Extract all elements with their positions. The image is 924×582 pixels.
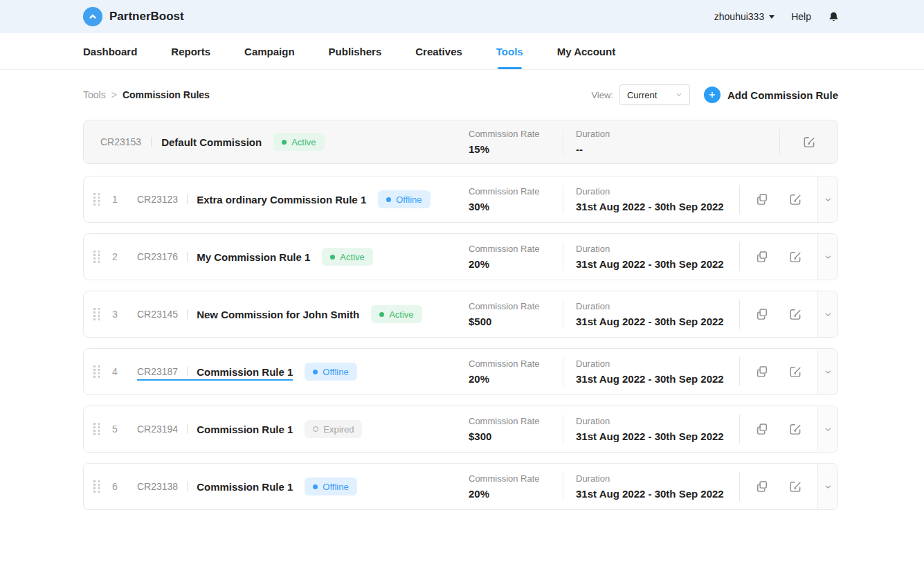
tab-my-account[interactable]: My Account (557, 33, 615, 69)
rule-id: CR23123 (137, 194, 178, 205)
rule-name: Extra ordinary Commission Rule 1 (197, 194, 366, 206)
commission-rate-value: 20% (469, 258, 563, 270)
edit-area (780, 120, 837, 163)
add-commission-rule-button[interactable]: Add Commission Rule (704, 87, 838, 103)
user-menu[interactable]: zhouhui333 (714, 11, 774, 22)
rule-title-group[interactable]: CR23176 My Commission Rule 1 (137, 251, 310, 263)
tab-tools[interactable]: Tools (496, 33, 523, 69)
rule-title-group[interactable]: CR23187 Commission Rule 1 (137, 366, 293, 378)
status-dot-icon (330, 255, 335, 260)
copy-icon[interactable] (755, 250, 769, 264)
bell-icon[interactable] (828, 11, 840, 23)
tab-reports[interactable]: Reports (171, 33, 210, 69)
edit-icon[interactable] (788, 192, 802, 206)
chevron-down-icon (824, 425, 833, 434)
row-actions (740, 234, 817, 280)
expand-row-button[interactable] (817, 349, 837, 394)
tab-campaign[interactable]: Campaign (244, 33, 295, 69)
status-label: Active (389, 309, 413, 320)
rule-order-number: 4 (110, 366, 120, 377)
copy-icon[interactable] (755, 307, 769, 321)
edit-icon[interactable] (788, 250, 802, 264)
row-actions (740, 291, 817, 337)
edit-icon[interactable] (788, 422, 802, 436)
expand-row-button[interactable] (817, 176, 837, 222)
tab-dashboard[interactable]: Dashboard (83, 33, 137, 69)
commission-rate-label: Commission Rate (469, 358, 563, 369)
expand-row-button[interactable] (817, 234, 837, 280)
duration-value: 31st Aug 2022 - 30th Sep 2022 (576, 373, 739, 385)
rules-list: 1 CR23123 Extra ordinary Commission Rule… (83, 176, 838, 510)
commission-rate-value: $500 (469, 316, 563, 327)
copy-icon[interactable] (755, 422, 769, 436)
drag-handle-icon[interactable] (93, 251, 100, 263)
expand-row-button[interactable] (817, 406, 837, 452)
commission-rate-column: Commission Rate 15% (456, 120, 563, 163)
breadcrumb-tools[interactable]: Tools (83, 89, 106, 100)
rule-name: Commission Rule 1 (197, 366, 293, 378)
duration-value: 31st Aug 2022 - 30th Sep 2022 (576, 258, 739, 270)
topbar: PartnerBoost zhouhui333 Help (0, 0, 924, 33)
duration-label: Duration (576, 358, 739, 369)
commission-rate-value: 15% (469, 143, 563, 155)
drag-handle-icon[interactable] (93, 193, 100, 206)
rule-title-group[interactable]: CR23123 Extra ordinary Commission Rule 1 (137, 194, 366, 206)
drag-handle-icon[interactable] (93, 308, 100, 320)
commission-rule-row: 1 CR23123 Extra ordinary Commission Rule… (83, 176, 838, 223)
default-card-left: CR23153 Default Commission Active (84, 120, 456, 163)
rule-name: New Commission for John Smith (197, 309, 359, 320)
status-badge: Expired (305, 420, 362, 438)
edit-icon[interactable] (788, 365, 802, 379)
row-actions (740, 176, 817, 222)
rule-row-left: 4 CR23187 Commission Rule 1 Offline (84, 349, 456, 394)
rule-title-group[interactable]: CR23138 Commission Rule 1 (137, 481, 293, 493)
divider (187, 309, 188, 319)
drag-handle-icon[interactable] (93, 423, 100, 435)
edit-icon[interactable] (788, 307, 802, 321)
expand-row-button[interactable] (817, 291, 837, 337)
status-badge: Active (371, 305, 422, 323)
tab-publishers[interactable]: Publishers (329, 33, 382, 69)
chevron-down-icon (824, 195, 833, 204)
page-toolbar: Tools > Commission Rules View: Current A… (0, 84, 924, 105)
commission-rate-column: Commission Rate 20% (456, 234, 563, 280)
status-label: Active (340, 252, 364, 262)
commission-rate-column: Commission Rate $500 (456, 291, 563, 337)
copy-icon[interactable] (755, 192, 769, 206)
status-label: Offline (396, 194, 422, 205)
rule-title-group[interactable]: CR23194 Commission Rule 1 (137, 424, 293, 435)
edit-icon[interactable] (802, 135, 816, 149)
status-badge: Offline (305, 363, 356, 381)
expand-row-button[interactable] (817, 464, 837, 509)
rule-name: My Commission Rule 1 (197, 251, 310, 263)
copy-icon[interactable] (755, 365, 769, 379)
commission-rate-value: 20% (469, 373, 563, 385)
duration-column: Duration -- (563, 120, 779, 163)
copy-icon[interactable] (755, 480, 769, 493)
commission-rate-value: 30% (469, 201, 563, 212)
status-badge: Active (322, 248, 372, 266)
rule-id: CR23194 (137, 424, 178, 435)
commission-rate-label: Commission Rate (469, 473, 563, 484)
commission-rate-label: Commission Rate (469, 129, 563, 139)
tab-creatives[interactable]: Creatives (415, 33, 462, 69)
rule-row-left: 5 CR23194 Commission Rule 1 Expired (84, 406, 456, 452)
view-select[interactable]: Current (619, 84, 690, 105)
topbar-right: zhouhui333 Help (714, 11, 840, 23)
rule-title-group[interactable]: CR23145 New Commission for John Smith (137, 309, 359, 320)
brand[interactable]: PartnerBoost (83, 7, 184, 26)
drag-handle-icon[interactable] (93, 480, 100, 493)
caret-down-icon (769, 15, 774, 19)
view-group: View: Current (591, 84, 690, 105)
drag-handle-icon[interactable] (93, 365, 100, 378)
rule-id: CR23153 (100, 136, 141, 147)
duration-column: Duration 31st Aug 2022 - 30th Sep 2022 (563, 406, 739, 452)
edit-icon[interactable] (788, 480, 802, 493)
rule-order-number: 1 (110, 194, 120, 205)
help-link[interactable]: Help (791, 11, 811, 22)
duration-label: Duration (576, 244, 739, 254)
rule-id: CR23138 (137, 481, 178, 492)
chevron-down-icon (824, 310, 833, 319)
rule-row-left: 6 CR23138 Commission Rule 1 Offline (84, 464, 456, 509)
rule-row-left: 3 CR23145 New Commission for John Smith … (84, 291, 456, 337)
